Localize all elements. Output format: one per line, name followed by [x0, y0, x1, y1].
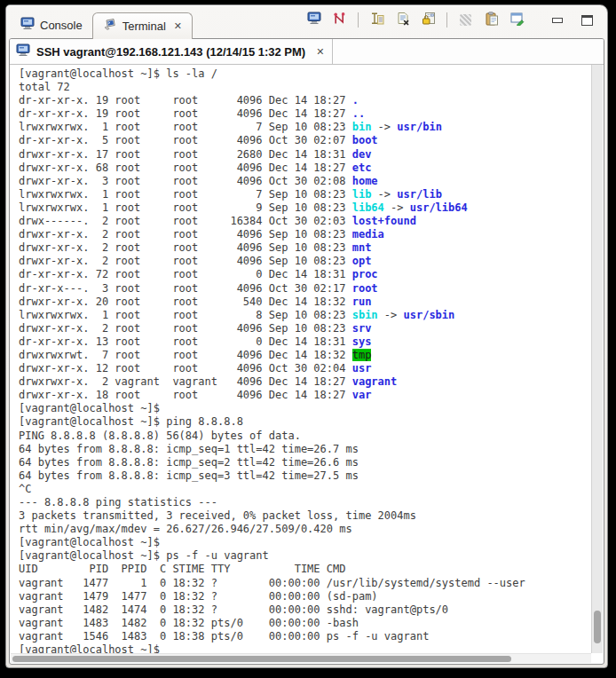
terminal-line: 64 bytes from 8.8.8.8: icmp_seq=3 ttl=42… [19, 469, 591, 483]
terminal-line: lrwxrwxrwx. 1 root root 8 Sep 10 08:23 s… [19, 309, 591, 322]
terminal-line: drwxr-xr-x. 2 root root 4096 Sep 10 08:2… [19, 241, 591, 255]
vertical-scrollbar[interactable] [591, 65, 603, 653]
terminal-line: UID PID PPID C STIME TTY TIME CMD [19, 563, 591, 576]
terminal-line: vagrant 1479 1477 0 18:32 ? 00:00:00 (sd… [19, 590, 591, 603]
terminal-line: drwxrwxr-x. 2 vagrant vagrant 4096 Dec 1… [19, 375, 591, 389]
terminal-icon [103, 18, 117, 35]
session-tab-bar: SSH vagrant@192.168.121.143 (12/14/15 1:… [10, 39, 604, 65]
session-tab[interactable]: SSH vagrant@192.168.121.143 (12/14/15 1:… [10, 39, 333, 64]
terminal-line: drwxrwxrwt. 7 root root 4096 Dec 14 18:3… [19, 349, 591, 362]
terminal-line: lrwxrwxrwx. 1 root root 9 Sep 10 08:23 l… [19, 201, 591, 215]
new-terminal-view-button[interactable] [509, 12, 525, 28]
terminal-line: drwxr-xr-x. 20 root root 540 Dec 14 18:3… [19, 296, 591, 309]
maximize-icon [581, 15, 593, 26]
terminal-line: drwxr-xr-x. 18 root root 4096 Dec 14 18:… [19, 389, 591, 402]
copy-button[interactable] [458, 12, 473, 28]
clear-terminal-icon [396, 12, 410, 29]
disconnect-button[interactable] [332, 12, 347, 28]
terminal-line: drwxr-xr-x. 17 root root 2680 Dec 14 18:… [19, 148, 591, 162]
view-window-buttons [549, 12, 595, 28]
terminal-line: 64 bytes from 8.8.8.8: icmp_seq=2 ttl=42… [19, 456, 591, 469]
terminal-line: [vagrant@localhost ~]$ ping 8.8.8.8 [19, 415, 591, 429]
terminal-line: PING 8.8.8.8 (8.8.8.8) 56(84) bytes of d… [19, 430, 591, 443]
paste-button[interactable] [484, 12, 499, 28]
scroll-lock-icon [422, 12, 436, 29]
maximize-button[interactable] [580, 12, 595, 28]
close-icon[interactable]: ✕ [316, 47, 324, 57]
terminal-line: [vagrant@localhost ~]$ ps -f -u vagrant [19, 549, 591, 563]
console-icon [20, 17, 35, 33]
terminal-line: dr-xr-xr-x. 13 root root 0 Dec 14 18:31 … [19, 335, 591, 349]
terminal-line: [vagrant@localhost ~]$ [19, 536, 591, 549]
terminal-line: lrwxrwxrwx. 1 root root 7 Sep 10 08:23 b… [19, 121, 591, 134]
terminal-line: --- 8.8.8.8 ping statistics --- [19, 496, 591, 509]
terminal-line: 64 bytes from 8.8.8.8: icmp_seq=1 ttl=42… [19, 443, 591, 456]
terminal-line: drwxr-xr-x. 2 root root 4096 Sep 10 08:2… [19, 322, 591, 335]
terminal-line: dr-xr-xr-x. 5 root root 4096 Oct 30 02:0… [19, 134, 591, 147]
terminal-line: ^C [19, 483, 591, 496]
copy-icon [460, 14, 471, 26]
tab-terminal[interactable]: Terminal ✕ [92, 12, 193, 39]
scroll-lock-button[interactable] [421, 12, 436, 28]
open-terminal-icon [307, 12, 321, 28]
pin-terminal-button[interactable] [369, 12, 384, 28]
terminal-output[interactable]: [vagrant@localhost ~]$ ls -la /total 72d… [11, 65, 591, 653]
view-toolbar [306, 12, 595, 28]
terminal-line: vagrant 1483 1482 0 18:32 pts/0 00:00:00… [19, 617, 591, 630]
terminal-line: dr-xr-x---. 3 root root 4096 Oct 30 02:1… [19, 282, 591, 296]
terminal-line: dr-xr-xr-x. 72 root root 0 Dec 14 18:31 … [19, 268, 591, 281]
vertical-scrollbar-thumb[interactable] [594, 611, 601, 643]
paste-icon [485, 12, 499, 29]
terminal-line: rtt min/avg/max/mdev = 26.627/26.946/27.… [19, 523, 591, 536]
tab-terminal-label: Terminal [122, 20, 166, 33]
terminal-line: vagrant 1477 1 0 18:32 ? 00:00:00 /usr/l… [19, 577, 591, 590]
horizontal-scrollbar[interactable] [11, 653, 591, 663]
disconnect-icon [333, 12, 347, 29]
terminal-view-window: Console Terminal ✕ [5, 4, 608, 668]
terminal-panel: SSH vagrant@192.168.121.143 (12/14/15 1:… [9, 38, 604, 665]
pin-terminal-icon [370, 12, 384, 29]
terminal-line: drwxr-xr-x. 2 root root 4096 Sep 10 08:2… [19, 228, 591, 241]
toolbar-separator [358, 12, 359, 28]
close-icon[interactable]: ✕ [174, 21, 182, 31]
minimize-button[interactable] [549, 12, 565, 28]
tab-console[interactable]: Console [11, 12, 92, 38]
terminal-line: vagrant 1482 1474 0 18:32 ? 00:00:00 ssh… [19, 603, 591, 617]
terminal-line: 3 packets transmitted, 3 received, 0% pa… [19, 509, 591, 523]
terminal-line: dr-xr-xr-x. 19 root root 4096 Dec 14 18:… [19, 107, 591, 121]
new-terminal-view-icon [510, 12, 525, 29]
horizontal-scrollbar-thumb[interactable] [12, 656, 511, 662]
terminal-line: drwxr-xr-x. 68 root root 4096 Dec 14 18:… [19, 162, 591, 175]
terminal-line: [vagrant@localhost ~]$ [19, 402, 591, 415]
clear-terminal-button[interactable] [395, 12, 410, 28]
ssh-session-icon [16, 43, 30, 59]
terminal-line: vagrant 1546 1483 0 18:38 pts/0 00:00:00… [19, 630, 591, 643]
tab-console-label: Console [40, 19, 83, 32]
view-tab-bar: Console Terminal ✕ [6, 5, 607, 38]
minimize-icon [552, 18, 563, 23]
terminal-line: drwxr-xr-x. 3 root root 4096 Oct 30 02:0… [19, 175, 591, 188]
terminal-line: dr-xr-xr-x. 19 root root 4096 Dec 14 18:… [19, 94, 591, 107]
terminal-line: drwxr-xr-x. 12 root root 4096 Oct 30 02:… [19, 362, 591, 375]
toolbar-separator [446, 12, 447, 28]
terminal-line: [vagrant@localhost ~]$ ls -la / [19, 67, 591, 81]
terminal-line: [vagrant@localhost ~]$ [19, 643, 591, 653]
terminal-line: drwx------. 2 root root 16384 Oct 30 02:… [19, 215, 591, 228]
terminal-line: drwxr-xr-x. 2 root root 4096 Sep 10 08:2… [19, 255, 591, 268]
terminal-line: lrwxrwxrwx. 1 root root 7 Sep 10 08:23 l… [19, 188, 591, 201]
terminal-line: total 72 [19, 81, 591, 94]
open-terminal-button[interactable] [306, 12, 321, 28]
session-tab-title: SSH vagrant@192.168.121.143 (12/14/15 1:… [36, 45, 305, 59]
